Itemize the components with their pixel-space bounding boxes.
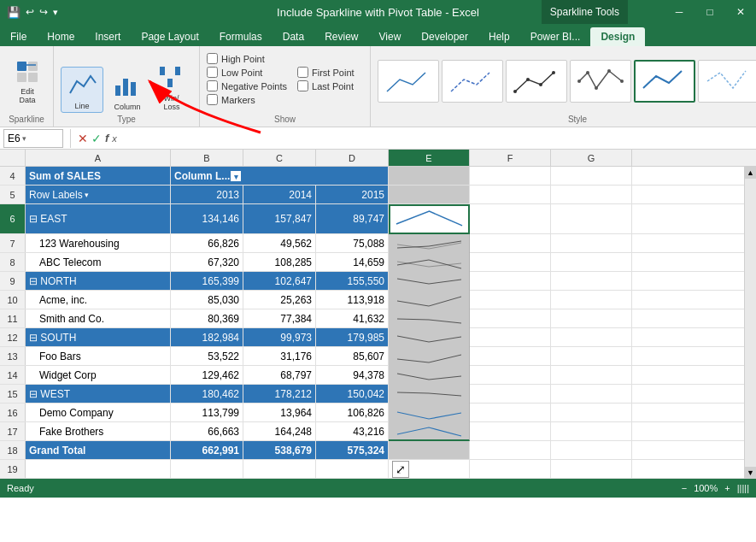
cell-D15[interactable]: 150,042 xyxy=(316,385,389,403)
style-option-3[interactable] xyxy=(506,60,567,103)
cell-G15[interactable] xyxy=(551,385,632,403)
cell-D6[interactable]: 89,747 xyxy=(316,204,389,233)
cell-D11[interactable]: 41,632 xyxy=(316,309,389,327)
cell-B5[interactable]: 2013 xyxy=(171,186,243,203)
tab-view[interactable]: View xyxy=(369,27,412,46)
style-option-4[interactable] xyxy=(570,60,631,103)
col-header-D[interactable]: D xyxy=(316,150,389,166)
cell-D18[interactable]: 575,324 xyxy=(316,441,389,459)
cell-G19[interactable] xyxy=(551,460,632,478)
cell-F8[interactable] xyxy=(470,253,551,271)
cell-D12[interactable]: 179,985 xyxy=(316,328,389,346)
cell-C7[interactable]: 49,562 xyxy=(243,234,316,252)
cell-A19[interactable] xyxy=(26,460,171,478)
scroll-up-arrow[interactable]: ▲ xyxy=(745,167,756,179)
cell-E10-sparkline[interactable] xyxy=(389,291,470,309)
tab-review[interactable]: Review xyxy=(314,27,368,46)
cell-G10[interactable] xyxy=(551,291,632,309)
cell-A4[interactable]: Sum of SALES xyxy=(26,167,171,185)
cell-C19[interactable] xyxy=(243,460,316,478)
style-option-1[interactable] xyxy=(378,60,439,103)
cell-D13[interactable]: 85,607 xyxy=(316,347,389,365)
cell-B12[interactable]: 182,984 xyxy=(171,328,243,346)
cell-B18[interactable]: 662,991 xyxy=(171,441,243,459)
cell-B16[interactable]: 113,799 xyxy=(171,404,243,421)
cell-C11[interactable]: 77,384 xyxy=(243,309,316,327)
cell-B19[interactable] xyxy=(171,460,243,478)
cell-F15[interactable] xyxy=(470,385,551,403)
first-point-checkbox[interactable] xyxy=(297,67,308,78)
cell-E7-sparkline[interactable] xyxy=(389,234,470,253)
cell-E11-sparkline[interactable] xyxy=(389,309,470,328)
tab-file[interactable]: File xyxy=(0,27,37,46)
cell-F5[interactable] xyxy=(470,186,551,203)
cell-G9[interactable] xyxy=(551,272,632,290)
col-header-A[interactable]: A xyxy=(26,150,171,166)
formula-confirm-icon[interactable]: ✓ xyxy=(91,132,102,145)
formula-cancel-icon[interactable]: ✕ xyxy=(78,132,88,145)
col-header-G[interactable]: G xyxy=(551,150,632,166)
col-header-B[interactable]: B xyxy=(171,150,243,166)
tab-design[interactable]: Design xyxy=(590,27,645,46)
cell-E12-sparkline[interactable] xyxy=(389,328,470,347)
col-header-F[interactable]: F xyxy=(470,150,551,166)
cell-F13[interactable] xyxy=(470,347,551,365)
tab-insert[interactable]: Insert xyxy=(85,27,131,46)
cell-D9[interactable]: 155,550 xyxy=(316,272,389,290)
cell-A16[interactable]: Demo Company xyxy=(26,404,171,421)
edit-data-button[interactable]: EditData xyxy=(7,55,48,108)
cell-E5[interactable] xyxy=(389,186,470,203)
cell-A11[interactable]: Smith and Co. xyxy=(26,309,171,327)
cell-D8[interactable]: 14,659 xyxy=(316,253,389,271)
cell-C9[interactable]: 102,647 xyxy=(243,272,316,290)
cell-A5[interactable]: Row Labels ▾ xyxy=(26,186,171,203)
cell-G11[interactable] xyxy=(551,309,632,327)
cell-C18[interactable]: 538,679 xyxy=(243,441,316,459)
cell-B15[interactable]: 180,462 xyxy=(171,385,243,403)
cell-D10[interactable]: 113,918 xyxy=(316,291,389,309)
cell-E17-sparkline[interactable] xyxy=(389,422,470,441)
cell-B17[interactable]: 66,663 xyxy=(171,422,243,440)
cell-G17[interactable] xyxy=(551,422,632,440)
cell-A6[interactable]: ⊟ EAST xyxy=(26,204,171,233)
cell-B13[interactable]: 53,522 xyxy=(171,347,243,365)
cell-B14[interactable]: 129,462 xyxy=(171,366,243,384)
cell-E14-sparkline[interactable] xyxy=(389,366,470,385)
tab-formulas[interactable]: Formulas xyxy=(209,27,273,46)
cell-G13[interactable] xyxy=(551,347,632,365)
style-option-2[interactable] xyxy=(442,60,503,103)
cell-B9[interactable]: 165,399 xyxy=(171,272,243,290)
cell-F14[interactable] xyxy=(470,366,551,384)
col-header-C[interactable]: C xyxy=(243,150,316,166)
cell-F18[interactable] xyxy=(470,441,551,459)
tab-power-bi[interactable]: Power BI... xyxy=(520,27,591,46)
cell-C10[interactable]: 25,263 xyxy=(243,291,316,309)
cell-A15[interactable]: ⊟ WEST xyxy=(26,385,171,403)
line-type-button[interactable]: Line xyxy=(61,67,103,113)
formula-function-icon[interactable]: f xyxy=(105,132,108,144)
cell-A17[interactable]: Fake Brothers xyxy=(26,422,171,440)
cell-G7[interactable] xyxy=(551,234,632,252)
tab-page-layout[interactable]: Page Layout xyxy=(131,27,208,46)
cell-E19[interactable]: ⤢ xyxy=(389,460,470,478)
cell-D16[interactable]: 106,826 xyxy=(316,404,389,421)
cell-E9-sparkline[interactable] xyxy=(389,272,470,291)
tab-data[interactable]: Data xyxy=(273,27,314,46)
cell-C6[interactable]: 157,847 xyxy=(243,204,316,233)
cell-E6[interactable] xyxy=(389,204,470,234)
scroll-thumb[interactable] xyxy=(745,179,756,467)
close-button[interactable]: ✕ xyxy=(725,0,756,24)
cell-D17[interactable]: 43,216 xyxy=(316,422,389,440)
cell-G8[interactable] xyxy=(551,253,632,271)
high-point-checkbox[interactable] xyxy=(207,53,218,64)
cell-A13[interactable]: Foo Bars xyxy=(26,347,171,365)
cell-B11[interactable]: 80,369 xyxy=(171,309,243,327)
expand-icon[interactable]: ⤢ xyxy=(392,461,409,478)
formula-input[interactable] xyxy=(120,129,756,148)
cell-A18[interactable]: Grand Total xyxy=(26,441,171,459)
negative-points-checkbox[interactable] xyxy=(207,80,218,91)
row-labels-filter-icon[interactable]: ▾ xyxy=(85,191,89,199)
cell-F11[interactable] xyxy=(470,309,551,327)
cell-C12[interactable]: 99,973 xyxy=(243,328,316,346)
cell-B6[interactable]: 134,146 xyxy=(171,204,243,233)
